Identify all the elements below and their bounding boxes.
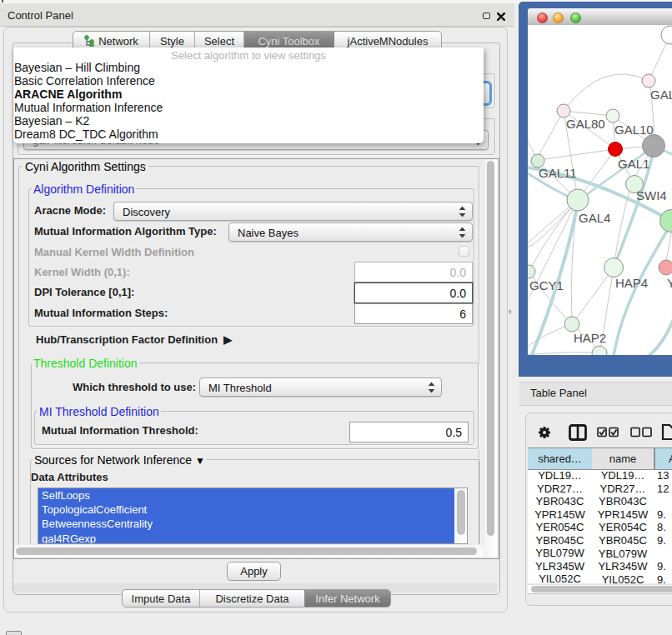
- svg-text:GCY1: GCY1: [529, 278, 564, 292]
- svg-text:GAL1: GAL1: [618, 157, 649, 171]
- svg-text:GAL11: GAL11: [539, 166, 577, 180]
- svg-text:GAL2: GAL2: [650, 88, 672, 102]
- svg-text:HAP2: HAP2: [574, 331, 606, 345]
- svg-text:Y: Y: [667, 276, 672, 290]
- svg-text:GAL4: GAL4: [579, 211, 610, 225]
- svg-text:GAL10: GAL10: [614, 122, 654, 137]
- svg-text:GAL80: GAL80: [566, 117, 605, 131]
- svg-text:SWI4: SWI4: [636, 188, 667, 202]
- svg-text:HAP4: HAP4: [615, 276, 648, 290]
